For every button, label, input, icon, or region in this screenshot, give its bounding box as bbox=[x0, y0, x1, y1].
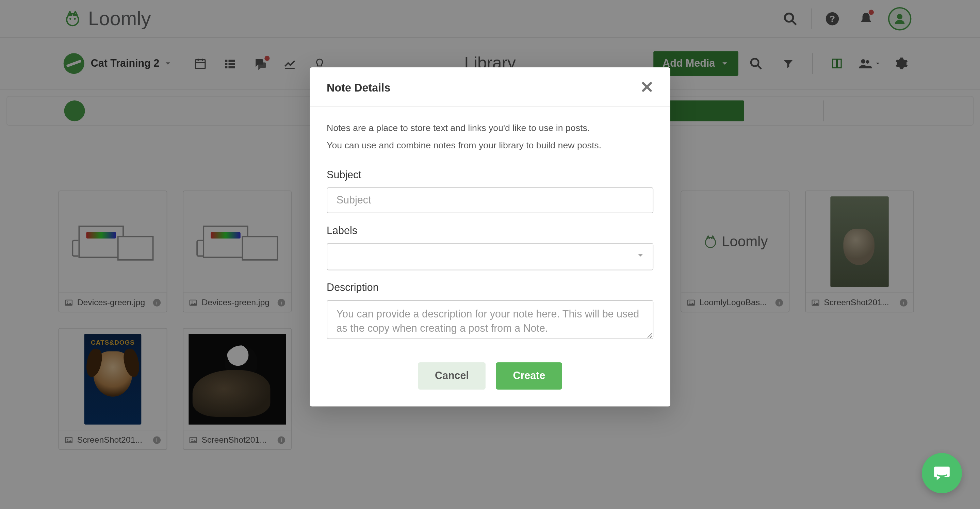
cancel-button[interactable]: Cancel bbox=[418, 363, 485, 390]
chevron-down-icon bbox=[636, 251, 645, 262]
subject-label: Subject bbox=[327, 169, 653, 181]
modal-intro-1: Notes are a place to store text and link… bbox=[327, 121, 653, 135]
modal-title: Note Details bbox=[327, 82, 390, 95]
subject-input[interactable] bbox=[327, 188, 653, 213]
chat-icon bbox=[931, 463, 952, 484]
intercom-launcher[interactable] bbox=[922, 453, 962, 493]
note-details-modal: Note Details Notes are a place to store … bbox=[310, 67, 670, 406]
create-button[interactable]: Create bbox=[496, 363, 562, 390]
labels-label: Labels bbox=[327, 225, 653, 237]
description-textarea[interactable] bbox=[327, 300, 653, 339]
modal-intro-2: You can use and combine notes from your … bbox=[327, 139, 653, 153]
labels-select[interactable] bbox=[327, 243, 653, 270]
description-label: Description bbox=[327, 282, 653, 294]
close-icon[interactable] bbox=[640, 80, 653, 96]
